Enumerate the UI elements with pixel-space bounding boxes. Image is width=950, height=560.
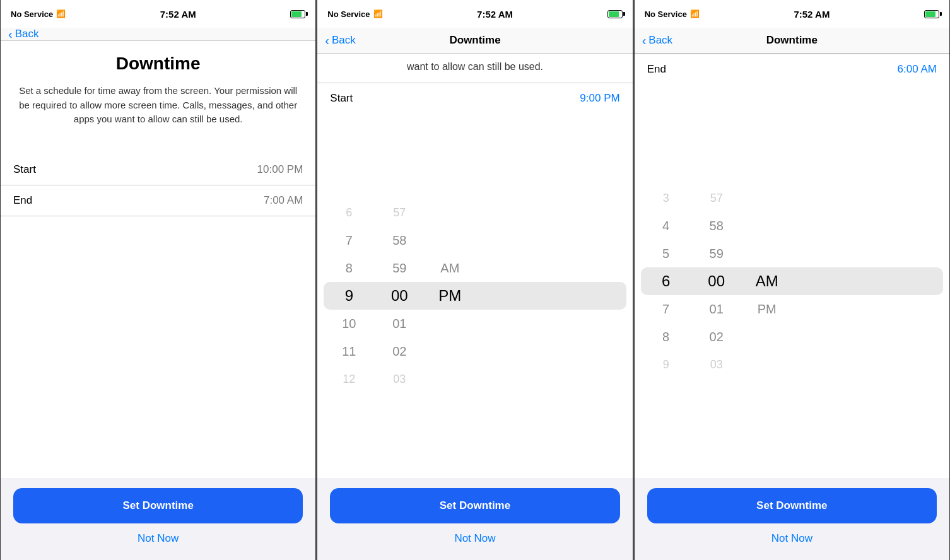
battery-icon-2 — [607, 10, 623, 18]
picker-min-02-p3: 02 — [691, 323, 742, 351]
nav-bar-3: ‹ Back Downtime — [635, 28, 949, 54]
set-downtime-button-3[interactable]: Set Downtime — [647, 488, 937, 523]
start-value: 10:00 PM — [257, 163, 303, 176]
status-left-2: No Service 📶 — [327, 9, 382, 19]
picker-hour-9-selected: 9 — [324, 282, 374, 310]
start-time-label: Start — [330, 92, 353, 105]
not-now-button-1[interactable]: Not Now — [135, 530, 181, 547]
picker-ampm-p3-empty-2 — [742, 212, 792, 240]
picker-min-03: 03 — [374, 365, 425, 393]
picker-minutes-2[interactable]: 57 58 59 00 01 02 03 — [374, 199, 425, 393]
scroll-text-2: want to allow can still be used. — [317, 54, 632, 83]
phone-panel-1: No Service 📶 7:52 AM ‹ Back Downtime Set… — [0, 0, 316, 560]
wifi-icon-2: 📶 — [373, 9, 383, 18]
picker-am-p3-selected: AM — [742, 267, 792, 295]
picker-hour-12: 12 — [324, 365, 374, 393]
picker-hour-6-selected: 6 — [641, 267, 691, 295]
no-service-text-2: No Service — [327, 9, 370, 19]
time-2: 7:52 AM — [477, 9, 513, 20]
start-label: Start — [13, 163, 36, 176]
bottom-area-3: Set Downtime Not Now — [635, 478, 949, 560]
no-service-text-1: No Service — [11, 9, 53, 19]
battery-icon-3 — [924, 10, 939, 18]
picker-min-59: 59 — [374, 254, 425, 282]
picker-ampm-2[interactable]: AM PM — [425, 199, 475, 393]
set-downtime-button-2[interactable]: Set Downtime — [330, 488, 619, 523]
time-picker-2[interactable]: 6 7 8 9 10 11 12 57 58 59 00 01 02 03 — [317, 114, 632, 478]
end-row[interactable]: End 7:00 AM — [1, 185, 315, 216]
time-picker-3[interactable]: 3 4 5 6 7 8 9 57 58 59 00 01 02 03 — [635, 85, 949, 478]
nav-bar-1: ‹ Back — [1, 28, 315, 41]
picker-ampm-empty-3 — [425, 310, 475, 337]
back-button-3[interactable]: ‹ Back — [642, 33, 672, 48]
picker-ampm-empty-1 — [425, 199, 475, 226]
end-time-row[interactable]: End 6:00 AM — [635, 54, 949, 85]
not-now-button-3[interactable]: Not Now — [769, 530, 815, 547]
content-1: Downtime Set a schedule for time away fr… — [1, 41, 315, 478]
picker-ampm-empty-4 — [425, 337, 475, 365]
bottom-area-2: Set Downtime Not Now — [317, 478, 632, 560]
wifi-icon-1: 📶 — [56, 9, 66, 18]
set-downtime-button-1[interactable]: Set Downtime — [13, 488, 303, 523]
picker-ampm-empty-5 — [425, 365, 475, 393]
time-1: 7:52 AM — [160, 9, 196, 20]
phone-panel-2: No Service 📶 7:52 AM ‹ Back Downtime wan… — [317, 0, 633, 560]
not-now-button-2[interactable]: Not Now — [452, 530, 498, 547]
chevron-left-icon-2: ‹ — [325, 33, 329, 48]
picker-min-03-p3: 03 — [691, 351, 742, 378]
back-button-1[interactable]: ‹ Back — [8, 27, 38, 42]
status-bar-2: No Service 📶 7:52 AM — [317, 0, 632, 28]
picker-hours-2[interactable]: 6 7 8 9 10 11 12 — [324, 199, 374, 393]
picker-min-01-p3: 01 — [691, 295, 742, 323]
picker-hour-7: 7 — [324, 226, 374, 254]
status-bar-1: No Service 📶 7:52 AM — [1, 0, 315, 28]
start-time-row[interactable]: Start 9:00 PM — [317, 83, 632, 114]
no-service-text-3: No Service — [645, 9, 687, 19]
picker-min-59-p3: 59 — [691, 240, 742, 267]
picker-min-58-p3: 58 — [691, 212, 742, 240]
bottom-area-1: Set Downtime Not Now — [1, 478, 315, 560]
divider-3 — [1, 216, 315, 216]
nav-bar-2: ‹ Back Downtime — [317, 28, 632, 54]
nav-title-2: Downtime — [449, 34, 500, 47]
back-label-1: Back — [15, 28, 39, 40]
status-left-1: No Service 📶 — [11, 9, 66, 19]
picker-ampm-3[interactable]: AM PM — [742, 184, 792, 378]
content-3: End 6:00 AM 3 4 5 6 7 8 9 57 — [635, 54, 949, 478]
picker-hour-6: 6 — [324, 199, 374, 226]
picker-min-02: 02 — [374, 337, 425, 365]
status-bar-3: No Service 📶 7:52 AM — [635, 0, 949, 28]
end-time-value: 6:00 AM — [898, 63, 937, 76]
picker-ampm-empty-2 — [425, 226, 475, 254]
picker-minutes-3[interactable]: 57 58 59 00 01 02 03 — [691, 184, 742, 378]
picker-hour-3: 3 — [641, 184, 691, 212]
picker-hour-8: 8 — [324, 254, 374, 282]
picker-ampm-p3-empty-3 — [742, 323, 792, 351]
picker-am: AM — [425, 254, 475, 282]
chevron-left-icon-3: ‹ — [642, 33, 647, 48]
battery-icon-1 — [290, 10, 305, 18]
end-time-label: End — [647, 63, 666, 76]
start-row[interactable]: Start 10:00 PM — [1, 155, 315, 185]
picker-hour-11: 11 — [324, 337, 374, 365]
status-right-1 — [290, 10, 305, 18]
content-2: want to allow can still be used. Start 9… — [317, 54, 632, 478]
end-value: 7:00 AM — [264, 194, 303, 207]
picker-hour-8-p3: 8 — [641, 323, 691, 351]
time-3: 7:52 AM — [794, 9, 830, 20]
picker-hour-5: 5 — [641, 240, 691, 267]
back-button-2[interactable]: ‹ Back — [325, 33, 355, 48]
picker-min-57-p3: 57 — [691, 184, 742, 212]
battery-fill-2 — [609, 11, 619, 17]
battery-fill-1 — [291, 11, 302, 17]
back-label-3: Back — [648, 34, 672, 47]
picker-wrapper-2: 6 7 8 9 10 11 12 57 58 59 00 01 02 03 — [317, 199, 632, 393]
picker-hour-9-p3: 9 — [641, 351, 691, 378]
picker-hour-7-p3: 7 — [641, 295, 691, 323]
picker-hours-3[interactable]: 3 4 5 6 7 8 9 — [641, 184, 691, 378]
picker-ampm-p3-empty-1 — [742, 184, 792, 212]
back-label-2: Back — [332, 34, 356, 47]
wifi-icon-3: 📶 — [690, 9, 700, 18]
chevron-left-icon-1: ‹ — [8, 27, 13, 42]
picker-pm-selected: PM — [425, 282, 475, 310]
